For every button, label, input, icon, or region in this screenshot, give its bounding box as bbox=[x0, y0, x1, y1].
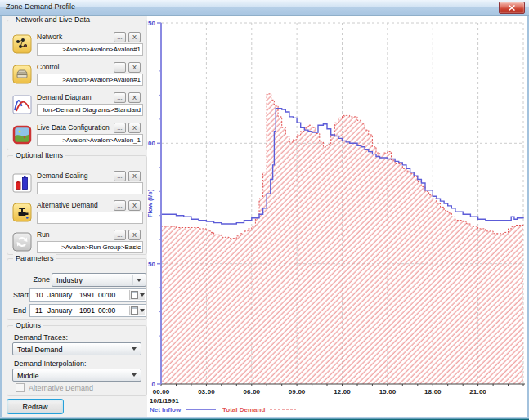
svg-text:06:00: 06:00 bbox=[244, 388, 261, 395]
alternative-demand-path-field[interactable] bbox=[37, 212, 143, 224]
end-time[interactable]: 00:00 bbox=[98, 306, 115, 315]
remove-button[interactable]: X bbox=[128, 32, 141, 42]
item-label: Run bbox=[37, 230, 50, 239]
end-year[interactable]: 1991 bbox=[79, 306, 95, 315]
titlebar[interactable]: Zone Demand Profile bbox=[0, 0, 529, 16]
demand-interpolation-label: Demand Interpolation: bbox=[14, 360, 87, 368]
item-label: Alternative Demand bbox=[37, 201, 98, 209]
svg-text:09:00: 09:00 bbox=[289, 388, 306, 395]
calendar-icon bbox=[131, 306, 138, 315]
browse-button[interactable]: ... bbox=[114, 230, 126, 240]
live-data-configuration-row: Live Data Configuration ... X >Avalon>Av… bbox=[7, 123, 146, 148]
chevron-down-icon bbox=[128, 344, 140, 354]
chart-series bbox=[161, 94, 523, 384]
start-time[interactable]: 00:00 bbox=[98, 291, 115, 299]
group-optional-items: Optional Items Demand Scaling ... X Alte… bbox=[7, 155, 147, 255]
end-datetime-field[interactable]: 11 January 1991 00:00 bbox=[29, 304, 146, 317]
total-demand-area bbox=[161, 94, 523, 384]
chevron-down-icon bbox=[140, 309, 145, 312]
group-title: Options bbox=[13, 321, 43, 329]
svg-text:18:00: 18:00 bbox=[424, 388, 442, 395]
svg-text:12:00: 12:00 bbox=[334, 388, 351, 395]
group-network-and-live-data: Network and Live Data Network ... X >Ava… bbox=[7, 20, 147, 150]
control-path-field[interactable]: >Avalon>Avalon>Avalon#1 bbox=[37, 74, 143, 86]
network-icon bbox=[12, 34, 32, 54]
demand-scaling-path-field[interactable] bbox=[37, 182, 143, 194]
alternative-demand-icon bbox=[12, 203, 32, 222]
redraw-button[interactable]: Redraw bbox=[7, 399, 64, 414]
demand-traces-select[interactable]: Total Demand bbox=[12, 342, 141, 355]
group-title: Parameters bbox=[13, 254, 56, 262]
group-title: Optional Items bbox=[13, 151, 65, 159]
demand-scaling-icon bbox=[12, 173, 32, 193]
chevron-down-icon bbox=[128, 370, 140, 380]
live-data-configuration-path-field[interactable]: >Avalon>Avalon>Avalon_1 bbox=[37, 134, 143, 146]
remove-button[interactable]: X bbox=[128, 123, 141, 133]
browse-button[interactable]: ... bbox=[114, 171, 126, 181]
demand-diagram-path-field[interactable]: lon>Demand Diagrams>Standard bbox=[37, 104, 143, 116]
chart-area: 05010015000:0003:0006:0009:0012:0015:001… bbox=[147, 15, 527, 417]
svg-text:100: 100 bbox=[147, 140, 156, 147]
browse-button[interactable]: ... bbox=[114, 62, 126, 73]
group-parameters: Parameters Zone Industry Start 10 Januar… bbox=[7, 258, 147, 320]
browse-button[interactable]: ... bbox=[114, 123, 126, 133]
start-label: Start bbox=[13, 291, 29, 299]
alternative-demand-checkbox-label: Alternative Demand bbox=[29, 384, 93, 392]
start-month[interactable]: January bbox=[47, 291, 72, 299]
live-data-configuration-icon bbox=[12, 125, 32, 145]
end-day[interactable]: 11 bbox=[35, 306, 43, 315]
chevron-down-icon bbox=[140, 293, 145, 297]
legend-net-inflow: Net Inflow bbox=[150, 406, 182, 413]
network-row: Network ... X >Avalon>Avalon>Avalon#1 bbox=[7, 32, 146, 57]
remove-button[interactable]: X bbox=[128, 171, 141, 181]
x-axis-date-label: 10/1/1991 bbox=[150, 397, 179, 404]
end-month[interactable]: January bbox=[47, 306, 72, 315]
window-bottom-edge bbox=[0, 417, 529, 420]
alternative-demand-row: Alternative Demand ... X bbox=[7, 200, 146, 226]
demand-interpolation-value: Middle bbox=[17, 372, 39, 380]
svg-text:50: 50 bbox=[148, 261, 155, 268]
demand-interpolation-select[interactable]: Middle bbox=[12, 369, 141, 382]
browse-button[interactable]: ... bbox=[114, 200, 126, 211]
browse-button[interactable]: ... bbox=[114, 32, 126, 42]
zone-label: Zone bbox=[29, 275, 50, 284]
run-icon bbox=[12, 232, 32, 252]
zone-select[interactable]: Industry bbox=[52, 273, 146, 287]
svg-text:03:00: 03:00 bbox=[198, 388, 215, 395]
window-title: Zone Demand Profile bbox=[6, 2, 75, 11]
close-button[interactable] bbox=[499, 2, 525, 14]
svg-text:00:00: 00:00 bbox=[153, 388, 170, 395]
start-calendar-dropdown-button[interactable] bbox=[129, 290, 145, 300]
group-title: Network and Live Data bbox=[13, 16, 92, 24]
zone-value: Industry bbox=[56, 276, 83, 284]
remove-button[interactable]: X bbox=[128, 92, 141, 103]
svg-text:21:00: 21:00 bbox=[469, 388, 486, 395]
item-label: Demand Diagram bbox=[37, 93, 92, 101]
demand-traces-value: Total Demand bbox=[17, 346, 63, 354]
item-label: Live Data Configuration bbox=[37, 123, 110, 132]
zone-demand-profile-dialog: Zone Demand Profile Network and Live Dat… bbox=[0, 0, 529, 420]
remove-button[interactable]: X bbox=[128, 200, 141, 211]
run-path-field[interactable]: >Avalon>Run Group>Basic bbox=[37, 241, 143, 253]
control-icon bbox=[12, 65, 32, 84]
legend-total-demand: Total Demand bbox=[222, 406, 265, 413]
demand-diagram-icon bbox=[12, 95, 32, 114]
browse-button[interactable]: ... bbox=[114, 92, 126, 103]
end-calendar-dropdown-button[interactable] bbox=[129, 306, 145, 315]
remove-button[interactable]: X bbox=[128, 230, 141, 240]
demand-diagram-row: Demand Diagram ... X lon>Demand Diagrams… bbox=[7, 92, 146, 118]
start-datetime-field[interactable]: 10 January 1991 00:00 bbox=[29, 288, 146, 302]
svg-text:150: 150 bbox=[147, 20, 156, 27]
calendar-icon bbox=[131, 291, 138, 299]
alternative-demand-checkbox bbox=[16, 383, 25, 392]
svg-text:0: 0 bbox=[152, 381, 156, 388]
control-row: Control ... X >Avalon>Avalon>Avalon#1 bbox=[7, 62, 146, 87]
network-path-field[interactable]: >Avalon>Avalon>Avalon#1 bbox=[37, 43, 143, 56]
demand-profile-chart: 05010015000:0003:0006:0009:0012:0015:001… bbox=[147, 15, 527, 417]
start-day[interactable]: 10 bbox=[35, 291, 43, 299]
start-year[interactable]: 1991 bbox=[79, 291, 95, 299]
group-options: Options Demand Traces: Total Demand Dema… bbox=[7, 325, 147, 396]
remove-button[interactable]: X bbox=[128, 62, 141, 73]
item-label: Network bbox=[37, 33, 62, 41]
chart-legend: Net InflowTotal Demand bbox=[150, 406, 296, 413]
